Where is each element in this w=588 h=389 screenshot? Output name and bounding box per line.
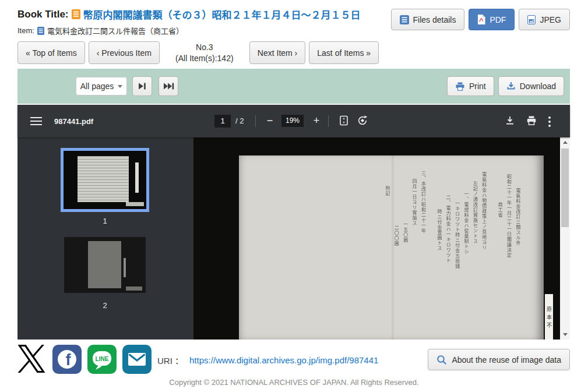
skip-next-icon	[137, 81, 147, 91]
previous-item-button[interactable]: ‹ Previous Item	[89, 41, 160, 64]
svg-text:f: f	[66, 351, 72, 369]
jpeg-label: JPEG	[540, 15, 561, 24]
item-number: No.3	[163, 42, 246, 53]
email-icon	[122, 345, 152, 374]
rotate-icon[interactable]	[355, 113, 370, 128]
item-position: No.3 (All Item(s):142)	[163, 42, 246, 64]
scan-text-column: 附記	[385, 186, 389, 336]
zoom-in-button[interactable]: +	[309, 113, 324, 128]
jpeg-button[interactable]: JPEG	[519, 9, 570, 30]
pdf-filename: 987441.pdf	[54, 117, 93, 126]
copyright-text: Copyright © 2021 NATIONAL ARCHIVES OF JA…	[0, 378, 588, 387]
scanned-page: 電氣料金改訂ニ關スル件昭和二十一年一月二十一日閣議決定商工省電氣料金ハ物價政策上…	[239, 155, 544, 340]
reuse-info-button[interactable]: About the reuse of image data	[428, 349, 570, 370]
thumbnail-panel: 1 2	[17, 137, 193, 340]
uri-row: URI ： https://www.digital.archives.go.jp…	[157, 352, 378, 367]
scan-text-column: 商工省	[497, 202, 502, 336]
page-number-input[interactable]: 1	[214, 115, 231, 128]
document-render-area[interactable]: 電氣料金改訂ニ關スル件昭和二十一年一月二十一日閣議決定商工省電氣料金ハ物價政策上…	[193, 137, 560, 340]
scan-text-column: 時ニ付金壹圓トス	[436, 209, 441, 336]
book-title-link[interactable]: 幣原内閣閣議書類（その３）昭和２１年１月４日～２月１５日	[83, 7, 361, 22]
jpeg-file-icon	[527, 15, 536, 24]
item-title: 電気料金改訂二関スル件報告（商工省）	[47, 25, 184, 36]
original-unclear-stamp: 原本不	[545, 294, 553, 340]
item-row: Item: 電気料金改訂二関スル件報告（商工省）	[17, 25, 184, 36]
chevron-down-icon	[118, 85, 122, 88]
page-thumbnail-2[interactable]	[64, 237, 146, 293]
last-page-button[interactable]	[159, 76, 178, 96]
thumbnail-1-strip	[135, 162, 139, 193]
thumbnail-1-page	[78, 156, 129, 202]
more-options-icon[interactable]	[548, 116, 551, 129]
scan-text-columns: 電氣料金改訂ニ關スル件昭和二十一年一月二十一日閣議決定商工省電氣料金ハ物價政策上…	[381, 168, 524, 336]
page-toolbar: All pages Print Download	[17, 69, 570, 104]
files-details-button[interactable]: Files details	[391, 9, 465, 30]
thumbnail-1-label: 1	[61, 217, 149, 225]
book-icon	[72, 9, 80, 19]
pdf-viewer: 987441.pdf 1 / 2 − 19% + 1	[17, 105, 570, 340]
share-line-button[interactable]: LINE	[87, 345, 117, 374]
scan-text-column: 昭和二十一年一月二十一日閣議決定	[506, 174, 510, 336]
last-of-items-button[interactable]: Last of Items »	[309, 41, 379, 64]
uri-link[interactable]: https://www.digital.archives.go.jp/img.p…	[189, 355, 378, 365]
thumbnail-2-label: 2	[61, 301, 149, 310]
page-select-value: All pages	[80, 82, 114, 91]
scan-text-column: 電氣料金改訂ニ關スル件	[515, 188, 520, 336]
print-file-icon[interactable]	[524, 113, 539, 128]
reuse-info-label: About the reuse of image data	[452, 355, 561, 365]
print-button[interactable]: Print	[447, 76, 494, 96]
download-file-icon[interactable]	[502, 113, 517, 128]
item-document-icon	[37, 27, 44, 35]
top-of-items-button[interactable]: « Top of Items	[17, 41, 85, 64]
uri-label: URI ：	[157, 354, 184, 366]
thumbnail-2-page	[88, 241, 121, 289]
zoom-out-button[interactable]: −	[262, 113, 277, 128]
line-icon: LINE	[87, 345, 117, 374]
page-count: / 2	[235, 116, 244, 125]
x-logo-icon	[17, 345, 45, 373]
scan-text-column: 二〇〇圓	[393, 225, 398, 336]
scan-text-column: 電氣料金ハ物價政策上ノ見地ヨリ	[481, 172, 485, 336]
search-icon	[436, 355, 447, 365]
scan-text-column: 一、電燈料金ハ從量制トシ	[463, 192, 468, 336]
scan-text-column: 一キロワツト時ニ付金五拾錢	[454, 201, 459, 336]
thumbnail-2-tag	[126, 287, 142, 291]
share-x-button[interactable]	[16, 342, 47, 375]
svg-text:LINE: LINE	[96, 356, 109, 362]
format-buttons: Files details PDF JPEG	[391, 9, 571, 30]
fit-to-page-icon[interactable]	[336, 113, 351, 128]
page-select-dropdown[interactable]: All pages	[76, 77, 127, 96]
item-navigation: « Top of Items ‹ Previous Item No.3 (All…	[17, 41, 379, 64]
next-item-button[interactable]: Next Item ›	[249, 41, 305, 64]
book-title-label: Book Title:	[17, 9, 69, 20]
print-label: Print	[469, 82, 486, 91]
files-details-icon	[400, 15, 409, 24]
share-facebook-button[interactable]: f	[52, 345, 82, 374]
thumbnail-2-strip	[124, 258, 126, 277]
print-icon	[455, 82, 465, 91]
scroll-up-arrow[interactable]	[560, 137, 570, 147]
pdf-viewer-toolbar: 987441.pdf 1 / 2 − 19% +	[17, 105, 570, 137]
download-label: Download	[520, 82, 556, 91]
pdf-label: PDF	[490, 15, 506, 24]
pdf-button[interactable]: PDF	[469, 9, 515, 30]
zoom-level[interactable]: 19%	[281, 115, 304, 127]
toolbar-divider	[328, 115, 329, 127]
vertical-scrollbar[interactable]	[560, 137, 570, 340]
scan-text-column: 一五〇圓	[402, 222, 407, 336]
page-thumbnail-1[interactable]	[61, 148, 149, 212]
item-total: (All Item(s):142)	[163, 53, 246, 64]
files-details-label: Files details	[413, 15, 456, 24]
toolbar-divider	[255, 115, 256, 127]
scroll-down-arrow[interactable]	[560, 330, 570, 340]
scan-text-column: 左記ノ通改訂實施セントス	[472, 181, 477, 336]
download-button[interactable]: Download	[498, 76, 564, 96]
pdf-file-icon	[477, 15, 485, 24]
scan-text-column: 二、電力料金ハ一キロワツト	[445, 195, 450, 336]
facebook-icon: f	[52, 345, 82, 374]
share-email-button[interactable]	[122, 345, 152, 374]
next-page-button[interactable]	[132, 76, 152, 96]
item-label: Item:	[17, 26, 34, 35]
scrollbar-thumb[interactable]	[561, 148, 569, 227]
menu-icon[interactable]	[30, 117, 42, 125]
